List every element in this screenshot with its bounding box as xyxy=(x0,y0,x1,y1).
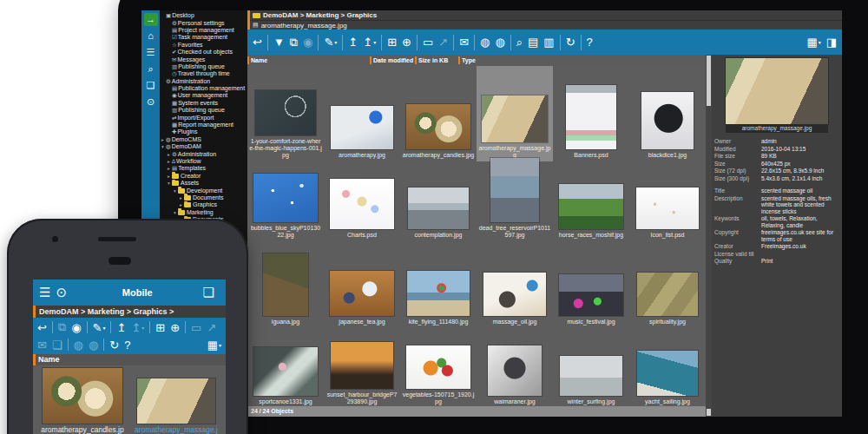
file-item[interactable]: dead_tree_reservoirP1011597.jpg xyxy=(477,161,553,241)
file-item[interactable]: aromatherapy.jpg xyxy=(324,66,400,161)
file-item[interactable]: vegetables-150715_1920.jpg xyxy=(400,328,477,406)
file-item[interactable]: Icon_list.psd xyxy=(629,161,706,241)
file-item[interactable]: contemplation.jpg xyxy=(400,161,477,241)
docadd-icon[interactable]: ⊕ xyxy=(400,33,413,52)
scrollbar-thumb[interactable] xyxy=(707,56,711,106)
tree-item-creator[interactable]: ▸Creator xyxy=(161,173,247,180)
globe-icon[interactable]: ◍ xyxy=(72,339,85,352)
share-icon[interactable]: ↗ xyxy=(205,321,218,334)
back-icon[interactable]: ↩ xyxy=(251,33,264,52)
chat-icon[interactable]: ❏ xyxy=(144,79,158,92)
help-icon[interactable]: ? xyxy=(585,33,595,52)
file-item[interactable]: iguana.jpg xyxy=(247,241,324,328)
tree-item-task-management[interactable]: ☑Task management xyxy=(161,34,247,41)
view-icon[interactable]: ▦▾ xyxy=(805,33,822,52)
edit-icon[interactable]: ✎▾ xyxy=(322,33,339,52)
folderadd-icon[interactable]: ⊞ xyxy=(154,321,167,334)
view-icon[interactable]: ▦▾ xyxy=(206,339,223,352)
menu-icon[interactable]: ☰ xyxy=(144,46,158,59)
tree-item-checked-out-objects[interactable]: ✔Checked out objects xyxy=(161,49,247,56)
breadcrumb[interactable]: DemoDAM > Marketing > Graphics xyxy=(250,10,842,20)
tree-item-workflow[interactable]: ▸∆Workflow xyxy=(161,158,247,165)
globe-icon[interactable]: ◍ xyxy=(478,33,491,52)
tree-item-messages[interactable]: ✉Messages xyxy=(161,56,247,62)
scrollbar-button[interactable] xyxy=(707,409,711,416)
tree-item-import-export[interactable]: ⇄Import/Export xyxy=(161,114,247,121)
home-icon[interactable]: ⌂ xyxy=(144,30,158,43)
help-icon[interactable]: ? xyxy=(122,339,132,352)
tree-item-plugins[interactable]: ✚Plugins xyxy=(161,128,247,135)
tree-item-system-events[interactable]: ▦System events xyxy=(161,100,247,107)
search-icon[interactable]: ⌕ xyxy=(515,33,524,52)
preview-icon[interactable]: ⧉ xyxy=(56,320,68,334)
file-item[interactable]: winter_surfing.jpg xyxy=(553,328,629,406)
refresh-icon[interactable]: ↻ xyxy=(108,339,121,352)
tree-item-administration[interactable]: ▸⚙Administration xyxy=(161,150,247,157)
file-item[interactable]: blackdice1.jpg xyxy=(629,66,706,161)
tree-item-marketing[interactable]: ▾Marketing xyxy=(161,209,247,216)
menu-icon[interactable]: ☰ xyxy=(39,285,50,300)
folderadd-icon[interactable]: ⊞ xyxy=(385,33,398,52)
tree-item-graphics[interactable]: ▸Graphics xyxy=(161,201,247,208)
file-item[interactable]: horse_races_moshif.jpg xyxy=(553,161,629,241)
search-icon[interactable]: ⌕ xyxy=(144,62,158,76)
tree-item-user-management[interactable]: ◉User management xyxy=(161,92,247,99)
file-item[interactable]: japanese_tea.jpg xyxy=(324,241,400,328)
tree-item-demodam[interactable]: ▾◍DemoDAM xyxy=(161,143,247,150)
power-icon[interactable]: ⊙ xyxy=(144,95,158,108)
present-icon[interactable]: ▭ xyxy=(421,33,435,52)
file-item[interactable]: kite_flying_111480.jpg xyxy=(400,241,477,328)
upload-icon[interactable]: ↥▾ xyxy=(361,33,378,52)
panel-icon[interactable]: ◨ xyxy=(825,33,838,52)
mail-icon[interactable]: ✉ xyxy=(457,33,470,52)
tree-item-documents[interactable]: ▸Documents xyxy=(161,194,247,201)
mail-icon[interactable]: ✉ xyxy=(36,339,49,352)
page2-icon[interactable]: ▥ xyxy=(542,33,556,52)
upload-icon[interactable]: ↥▾ xyxy=(129,321,146,334)
tree-item-favorites[interactable]: ☆Favorites xyxy=(161,42,247,49)
chat-icon[interactable]: ❏ xyxy=(50,339,64,352)
arrow-icon[interactable]: → xyxy=(144,13,158,26)
column-header-name[interactable]: Name xyxy=(247,56,370,64)
tree-item-assets[interactable]: ▾Assets xyxy=(161,180,247,187)
chat-icon[interactable]: ❏ xyxy=(203,285,214,300)
phone-breadcrumb[interactable]: DemoDAM > Marketing > Graphics > xyxy=(33,306,226,318)
file-item[interactable]: bubbles_blue_skyP1013022.jpg xyxy=(247,161,324,241)
file-item[interactable]: aromatherapy_candles.jpg xyxy=(39,368,126,434)
tree-item-publication-management[interactable]: ▤Publication management xyxy=(161,85,247,92)
file-item[interactable]: 1-your-comfort-zone-where-the-magic-happ… xyxy=(247,66,324,161)
back-icon[interactable]: ↩ xyxy=(36,321,49,334)
share-icon[interactable]: ↗ xyxy=(437,33,450,52)
tree-item-travel-through-time[interactable]: ◷Travel through time xyxy=(161,70,247,77)
tree-item-administration[interactable]: ⚙Administration xyxy=(161,78,247,85)
page-icon[interactable]: ▤ xyxy=(526,33,540,52)
upload-icon[interactable]: ↥ xyxy=(346,33,359,52)
tree-item-publishing-queue[interactable]: ▥Publishing queue xyxy=(161,63,247,70)
column-header-type[interactable]: Type xyxy=(458,56,706,64)
column-header-date-modified[interactable]: Date modified xyxy=(370,56,415,64)
file-item[interactable]: aromatherapy_massage.jpg xyxy=(477,66,553,161)
globe-icon[interactable]: ◍ xyxy=(493,33,506,52)
filter-icon[interactable]: ▼ xyxy=(272,33,286,52)
edit-icon[interactable]: ✎▾ xyxy=(91,321,108,334)
tree-item-development[interactable]: ▾Development xyxy=(161,187,247,194)
file-item[interactable]: spirituality.jpg xyxy=(629,241,706,328)
file-item[interactable]: waimaraner.jpg xyxy=(477,328,553,406)
file-item[interactable]: aromatherapy_candles.jpg xyxy=(400,66,477,161)
file-item[interactable]: sunset_harbour_bridgeP7293890.jpg xyxy=(324,328,400,406)
tree-item-report-management[interactable]: ▦Report management xyxy=(161,122,247,128)
file-item[interactable]: Charts.psd xyxy=(324,161,400,241)
vertical-scrollbar[interactable] xyxy=(706,55,712,417)
eye-icon[interactable]: ◉ xyxy=(301,33,314,52)
file-item[interactable]: music_festival.jpg xyxy=(553,241,629,328)
eye-icon[interactable]: ◉ xyxy=(69,321,82,334)
tree-item-project-management[interactable]: ▤Project management xyxy=(161,27,247,34)
preview-icon[interactable]: ⧉ xyxy=(288,33,299,52)
refresh-icon[interactable]: ↻ xyxy=(564,33,577,52)
power-icon[interactable]: ⊙ xyxy=(56,285,67,300)
tree-item-democms[interactable]: ▸◍DemoCMS xyxy=(161,136,247,143)
globe-icon[interactable]: ◍ xyxy=(87,339,100,352)
file-item[interactable]: Banners.psd xyxy=(553,66,629,161)
phone-name-header[interactable]: Name xyxy=(33,354,226,365)
breadcrumb-file[interactable]: ▤ aromatherapy_massage.jpg xyxy=(250,20,842,30)
